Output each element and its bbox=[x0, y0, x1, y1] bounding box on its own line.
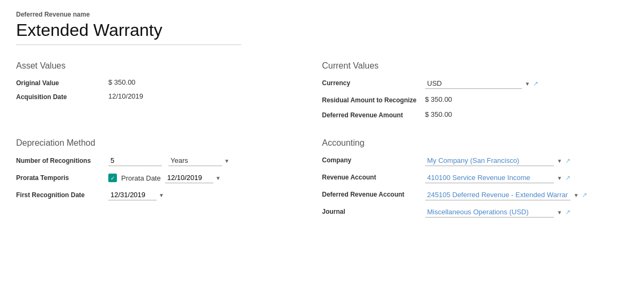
revenue-account-external-link[interactable]: ↗ bbox=[565, 174, 571, 182]
recognitions-label: Number of Recognitions bbox=[16, 157, 102, 164]
residual-amount-row: Residual Amount to Recognize $ 350.00 bbox=[322, 95, 628, 104]
first-recognition-label: First Recognition Date bbox=[16, 191, 102, 199]
revenue-account-select-container: 410100 Service Revenue Income ▼ ↗ bbox=[425, 173, 571, 183]
company-select[interactable]: My Company (San Francisco) bbox=[425, 155, 554, 166]
currency-select[interactable]: USD bbox=[425, 78, 522, 89]
company-external-link[interactable]: ↗ bbox=[565, 157, 571, 164]
revenue-account-dropdown-icon: ▼ bbox=[557, 175, 562, 181]
journal-dropdown-icon: ▼ bbox=[557, 209, 562, 215]
currency-external-link[interactable]: ↗ bbox=[533, 80, 538, 87]
deferred-revenue-amount-label: Deferred Revenue Amount bbox=[322, 110, 419, 119]
first-recognition-dropdown-icon: ▼ bbox=[159, 192, 164, 198]
recognitions-unit-container: Years Months ▼ bbox=[168, 155, 230, 166]
acquisition-date-label: Acquisition Date bbox=[16, 92, 102, 101]
recognitions-row: Number of Recognitions Years Months ▼ bbox=[16, 155, 322, 166]
deferred-revenue-account-label: Deferred Revenue Account bbox=[322, 190, 419, 198]
journal-select[interactable]: Miscellaneous Operations (USD) bbox=[425, 207, 554, 218]
page-label: Deferred Revenue name bbox=[16, 11, 628, 18]
deferred-revenue-amount-value: $ 350.00 bbox=[425, 110, 453, 118]
currency-row: Currency USD ▼ ↗ bbox=[322, 78, 628, 89]
revenue-account-row: Revenue Account 410100 Service Revenue I… bbox=[322, 173, 628, 183]
accounting-section: Accounting Company My Company (San Franc… bbox=[322, 138, 628, 224]
deferred-revenue-account-select[interactable]: 245105 Deferred Revenue - Extended Warra… bbox=[425, 190, 571, 200]
journal-select-container: Miscellaneous Operations (USD) ▼ ↗ bbox=[425, 207, 571, 218]
title-divider bbox=[16, 44, 241, 45]
asset-values-section: Asset Values Original Value $ 350.00 Acq… bbox=[16, 61, 322, 125]
prorata-label: Prorata Temporis bbox=[16, 174, 102, 182]
company-dropdown-icon: ▼ bbox=[557, 158, 562, 164]
acquisition-date-row: Acquisition Date 12/10/2019 bbox=[16, 92, 322, 101]
currency-dropdown-icon: ▼ bbox=[525, 81, 530, 87]
page-title: Extended Warranty bbox=[16, 20, 628, 40]
first-recognition-date-input[interactable] bbox=[108, 190, 157, 200]
residual-amount-value: $ 350.00 bbox=[425, 95, 453, 103]
residual-amount-label: Residual Amount to Recognize bbox=[322, 95, 419, 104]
prorata-date-input[interactable] bbox=[165, 173, 213, 183]
recognitions-input[interactable] bbox=[108, 155, 162, 166]
original-value-value: $ 350.00 bbox=[108, 78, 136, 86]
recognitions-unit-select[interactable]: Years Months bbox=[168, 155, 222, 166]
revenue-account-select[interactable]: 410100 Service Revenue Income bbox=[425, 173, 554, 183]
company-row: Company My Company (San Francisco) ▼ ↗ bbox=[322, 155, 628, 166]
depreciation-method-title: Depreciation Method bbox=[16, 138, 322, 148]
original-value-row: Original Value $ 350.00 bbox=[16, 78, 322, 87]
prorata-date-dropdown-icon: ▼ bbox=[216, 175, 221, 181]
first-recognition-date-container: ▼ bbox=[108, 190, 164, 200]
prorata-content: ✓ Prorata Date ▼ bbox=[108, 173, 221, 183]
acquisition-date-value: 12/10/2019 bbox=[108, 92, 143, 100]
first-recognition-row: First Recognition Date ▼ bbox=[16, 190, 322, 200]
prorata-date-label: Prorata Date bbox=[121, 174, 161, 182]
current-values-section: Current Values Currency USD ▼ ↗ Residual… bbox=[322, 61, 628, 125]
current-values-title: Current Values bbox=[322, 61, 628, 71]
deferred-revenue-account-external-link[interactable]: ↗ bbox=[582, 191, 587, 199]
journal-external-link[interactable]: ↗ bbox=[565, 208, 571, 216]
journal-label: Journal bbox=[322, 207, 419, 215]
deferred-revenue-account-dropdown-icon: ▼ bbox=[574, 192, 579, 198]
recognitions-unit-dropdown-icon: ▼ bbox=[224, 158, 230, 164]
currency-select-container: USD ▼ ↗ bbox=[425, 78, 543, 89]
prorata-date-container: ▼ bbox=[165, 173, 221, 183]
company-select-container: My Company (San Francisco) ▼ ↗ bbox=[425, 155, 571, 166]
currency-label: Currency bbox=[322, 78, 419, 87]
journal-row: Journal Miscellaneous Operations (USD) ▼… bbox=[322, 207, 628, 218]
checkmark-icon: ✓ bbox=[110, 175, 115, 181]
deferred-revenue-amount-row: Deferred Revenue Amount $ 350.00 bbox=[322, 110, 628, 119]
company-label: Company bbox=[322, 155, 419, 164]
prorata-checkbox[interactable]: ✓ bbox=[108, 174, 117, 182]
prorata-row: Prorata Temporis ✓ Prorata Date ▼ bbox=[16, 173, 322, 183]
asset-values-title: Asset Values bbox=[16, 61, 322, 71]
accounting-title: Accounting bbox=[322, 138, 628, 148]
depreciation-method-section: Depreciation Method Number of Recognitio… bbox=[16, 138, 322, 224]
deferred-revenue-account-row: Deferred Revenue Account 245105 Deferred… bbox=[322, 190, 628, 200]
deferred-revenue-account-select-container: 245105 Deferred Revenue - Extended Warra… bbox=[425, 190, 588, 200]
original-value-label: Original Value bbox=[16, 78, 102, 87]
revenue-account-label: Revenue Account bbox=[322, 173, 419, 181]
